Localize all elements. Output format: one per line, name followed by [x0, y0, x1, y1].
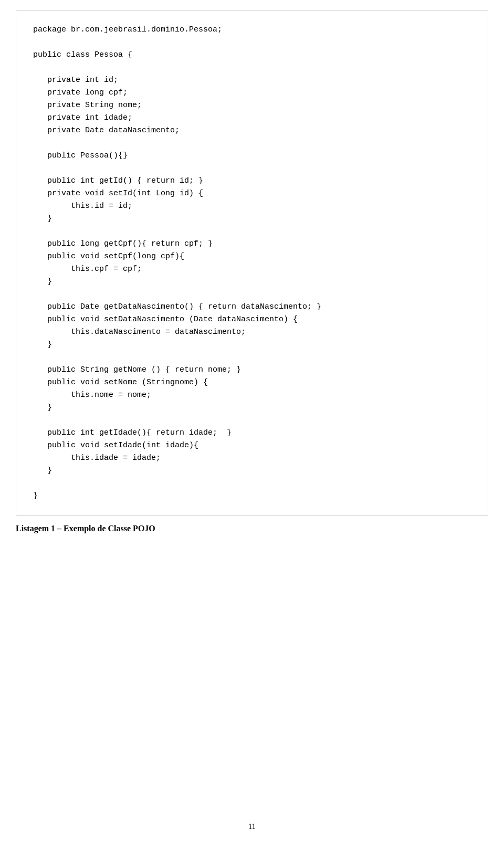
page-container: package br.com.jeebrasil.dominio.Pessoa;… — [16, 10, 488, 554]
page-number: 11 — [248, 823, 255, 831]
code-content: package br.com.jeebrasil.dominio.Pessoa;… — [33, 24, 471, 502]
caption: Listagem 1 – Exemplo de Classe POJO — [16, 524, 488, 533]
code-box: package br.com.jeebrasil.dominio.Pessoa;… — [16, 10, 488, 516]
